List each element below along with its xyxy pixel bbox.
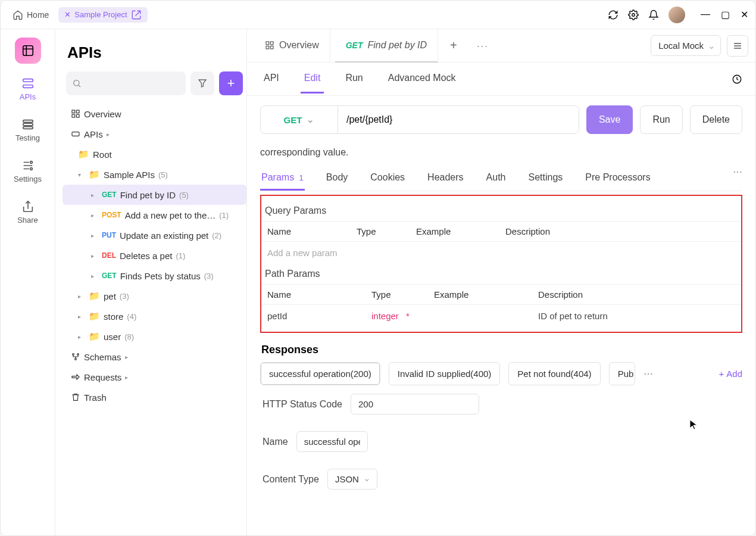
filter-button[interactable] <box>190 71 214 95</box>
chevron-down-icon: ▾ <box>78 172 85 178</box>
env-label: Local Mock <box>658 40 704 51</box>
svg-rect-2 <box>23 79 33 82</box>
subtab-edit[interactable]: Edit <box>301 64 324 94</box>
avatar[interactable] <box>668 7 685 23</box>
tree-endpoint[interactable]: ▸ GET Find pet by ID (5) <box>63 185 246 205</box>
apis-icon <box>21 77 35 90</box>
status-code-input[interactable] <box>351 394 479 415</box>
tree-schemas[interactable]: Schemas ▸ <box>63 347 246 367</box>
tab-more-button[interactable]: ⋯ <box>469 39 495 53</box>
nav-share[interactable]: Share <box>1 197 55 228</box>
subtab-run[interactable]: Run <box>342 64 366 94</box>
tree-endpoint[interactable]: ▸ PUT Update an existing pet (2) <box>63 225 246 245</box>
home-button[interactable]: Home <box>8 7 54 23</box>
url-path-input[interactable] <box>338 106 579 133</box>
query-param-add-row[interactable]: Add a new param <box>261 242 741 264</box>
param-tabs: Params 1 Body Cookies Headers Auth Setti… <box>260 166 742 191</box>
tree-overview[interactable]: Overview <box>63 104 246 124</box>
response-name-input[interactable] <box>296 431 368 452</box>
menu-button[interactable] <box>727 35 748 57</box>
close-icon[interactable]: ✕ <box>64 10 71 19</box>
path-params-title: Path Params <box>261 264 741 284</box>
tree: Overview APIs ▸ 📁 Root ▾ 📁 Sample APIs (… <box>63 101 246 410</box>
svg-rect-12 <box>76 114 79 117</box>
tree-endpoint[interactable]: ▸ POST Add a new pet to the… (1) <box>63 205 246 225</box>
required-star: * <box>406 311 410 321</box>
tree-trash[interactable]: Trash <box>63 387 246 407</box>
tree-folder[interactable]: ▸ 📁 user (8) <box>63 326 246 347</box>
tree-sample-apis[interactable]: ▾ 📁 Sample APIs (5) <box>63 164 246 185</box>
response-tab[interactable]: Pub <box>609 362 635 385</box>
response-tab[interactable]: successful operation(200) <box>260 362 380 385</box>
gear-icon[interactable] <box>628 10 639 20</box>
ptab-body[interactable]: Body <box>325 166 349 191</box>
param-example <box>434 311 538 321</box>
tab-active[interactable]: GET Find pet by ID <box>335 29 438 63</box>
nav-testing[interactable]: Testing <box>1 114 55 146</box>
project-tab[interactable]: ✕ Sample Project <box>58 7 147 23</box>
menu-icon <box>733 41 742 51</box>
tree-endpoint[interactable]: ▸ DEL Deletes a pet (1) <box>63 245 246 266</box>
add-label: Add <box>726 369 742 379</box>
ptab-params-count: 1 <box>299 173 304 182</box>
ptab-cookies[interactable]: Cookies <box>369 166 406 191</box>
run-button[interactable]: Run <box>640 105 682 134</box>
share-icon <box>21 200 35 213</box>
name-label: Name <box>263 437 288 447</box>
svg-rect-18 <box>266 42 269 45</box>
nav-settings[interactable]: Settings <box>1 155 55 187</box>
delete-button[interactable]: Delete <box>690 105 742 134</box>
endpoint-label: Update an existing pet <box>120 230 208 241</box>
col-example: Example <box>434 289 538 300</box>
new-tab-button[interactable]: + <box>443 39 464 52</box>
requests-label: Requests <box>84 372 121 382</box>
environment-select[interactable]: Local Mock ⌄ <box>651 35 721 56</box>
subtab-api[interactable]: API <box>260 64 283 94</box>
tree-folder[interactable]: ▸ 📁 pet (3) <box>63 286 246 306</box>
ptab-settings[interactable]: Settings <box>527 166 564 191</box>
refresh-icon[interactable] <box>608 10 618 20</box>
col-desc: Description <box>505 226 735 236</box>
add-button[interactable]: + <box>219 71 243 95</box>
titlebar: Home ✕ Sample Project — ▢ ✕ <box>1 1 755 29</box>
endpoint-count: (3) <box>204 272 214 281</box>
path-param-row[interactable]: petId integer * ID of pet to return <box>261 305 741 327</box>
svg-point-7 <box>30 161 32 164</box>
history-icon[interactable] <box>732 74 742 85</box>
ptab-more[interactable]: ⋯ <box>733 166 742 191</box>
add-response-button[interactable]: + Add <box>719 369 742 379</box>
ptab-auth[interactable]: Auth <box>485 166 507 191</box>
tree-root-folder[interactable]: 📁 Root <box>63 144 246 164</box>
ptab-pre[interactable]: Pre Processors <box>584 166 651 191</box>
ptab-headers[interactable]: Headers <box>426 166 464 191</box>
response-tab[interactable]: Pet not found(404) <box>508 362 600 385</box>
maximize-icon[interactable]: ▢ <box>721 9 730 20</box>
tab-overview[interactable]: Overview <box>254 29 330 63</box>
api-icon <box>71 129 80 139</box>
minimize-icon[interactable]: — <box>701 9 710 20</box>
tree-apis-label: APIs <box>84 129 103 139</box>
method-badge: POST <box>102 211 121 219</box>
tree-apis-root[interactable]: APIs ▸ <box>63 124 246 144</box>
ptab-params[interactable]: Params 1 <box>260 166 305 191</box>
resp-more-icon[interactable]: ⋯ <box>643 368 653 379</box>
tree-endpoint[interactable]: ▸ GET Finds Pets by status (3) <box>63 266 246 286</box>
tree-requests[interactable]: Requests ▸ <box>63 367 246 387</box>
highlight-box: Query Params Name Type Example Descripti… <box>260 195 742 333</box>
bell-icon[interactable] <box>648 10 659 20</box>
col-example: Example <box>416 226 505 236</box>
content-type-select[interactable]: JSON <box>327 469 377 490</box>
method-select[interactable]: GET ⌄ <box>261 106 338 133</box>
method-badge: DEL <box>102 251 116 260</box>
search-input[interactable] <box>66 71 186 95</box>
app-logo[interactable] <box>15 38 41 64</box>
tree-folder[interactable]: ▸ 📁 store (4) <box>63 306 246 326</box>
svg-point-9 <box>74 80 79 86</box>
method-badge: GET <box>102 191 117 199</box>
nav-apis[interactable]: APIs <box>1 73 55 105</box>
close-icon[interactable]: ✕ <box>741 9 748 20</box>
subtab-mock[interactable]: Advanced Mock <box>385 64 460 94</box>
response-tab[interactable]: Invalid ID supplied(400) <box>389 362 501 385</box>
col-type: Type <box>357 226 416 236</box>
save-button[interactable]: Save <box>586 105 633 134</box>
